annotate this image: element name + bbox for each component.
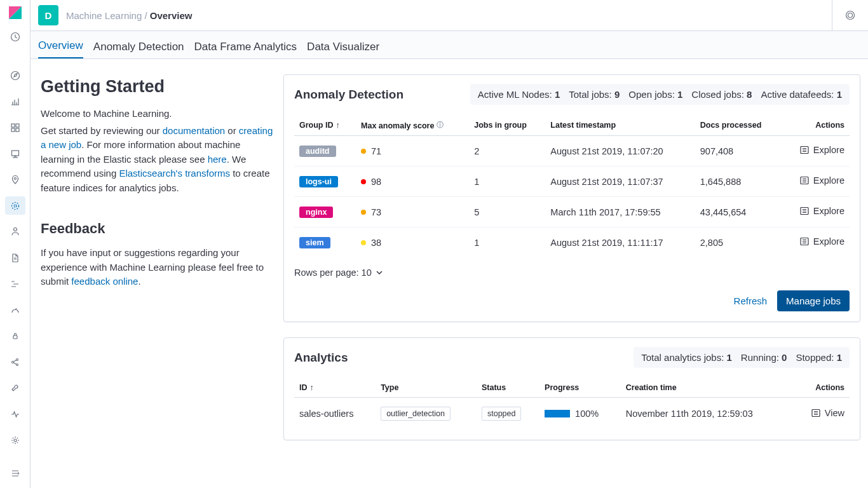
svg-point-17 — [14, 439, 17, 442]
visualize-icon[interactable] — [5, 92, 25, 111]
table-row: logs-ui981August 21st 2019, 11:07:371,64… — [294, 166, 850, 197]
dashboard-icon[interactable] — [5, 118, 25, 137]
group-badge: logs-ui — [299, 176, 338, 187]
col-creation[interactable]: Creation time — [621, 378, 794, 398]
col-type[interactable]: Type — [376, 378, 477, 398]
jobs-count: 1 — [469, 227, 545, 258]
latest-timestamp: August 21st 2019, 11:07:37 — [545, 166, 695, 197]
tab-overview[interactable]: Overview — [38, 34, 83, 58]
svg-rect-6 — [11, 128, 15, 132]
docs-processed: 907,408 — [695, 136, 782, 166]
rows-per-page[interactable]: Rows per page: 10 — [294, 268, 850, 278]
info-icon[interactable]: ⓘ — [437, 121, 444, 128]
table-row: sales-outliersoutlier_detectionstopped10… — [294, 398, 850, 430]
welcome-text: Welcome to Machine Learning. — [41, 107, 273, 121]
breadcrumb-current: Overview — [150, 10, 193, 21]
progress: 100% — [545, 409, 616, 419]
explore-button[interactable]: Explore — [799, 236, 844, 247]
analytics-id: sales-outliers — [294, 398, 376, 430]
svg-rect-5 — [16, 124, 19, 127]
list-icon — [799, 175, 810, 186]
maps-icon[interactable] — [5, 170, 25, 189]
col-group-id[interactable]: Group ID↑ — [294, 115, 356, 136]
svg-point-15 — [16, 358, 18, 360]
tab-data-visualizer[interactable]: Data Visualizer — [307, 36, 379, 58]
view-button[interactable]: View — [811, 408, 844, 418]
status-pill: stopped — [482, 407, 521, 421]
feedback-title: Feedback — [41, 220, 273, 237]
analytics-panel: Analytics Total analytics jobs: 1 Runnin… — [283, 337, 860, 440]
refresh-button[interactable]: Refresh — [734, 295, 768, 306]
table-row: siem381August 21st 2019, 11:11:172,805Ex… — [294, 227, 850, 258]
collapse-icon[interactable] — [5, 464, 25, 483]
latest-timestamp: March 11th 2017, 17:59:55 — [545, 197, 695, 227]
col-status[interactable]: Status — [477, 378, 539, 398]
infrastructure-icon[interactable] — [5, 222, 25, 241]
list-icon — [799, 236, 810, 247]
recent-icon[interactable] — [5, 28, 25, 46]
col-id[interactable]: ID↑ — [294, 378, 376, 398]
feedback-link[interactable]: feedback online — [71, 276, 138, 287]
score-dot — [361, 240, 366, 245]
tab-anomaly-detection[interactable]: Anomaly Detection — [93, 36, 184, 58]
explore-button[interactable]: Explore — [799, 145, 844, 155]
svg-rect-7 — [16, 128, 19, 132]
monitoring-icon[interactable] — [5, 405, 25, 423]
discover-icon[interactable] — [5, 66, 25, 85]
ml-tabs: Overview Anomaly Detection Data Frame An… — [31, 31, 868, 59]
list-icon — [811, 408, 821, 418]
docs-processed: 43,445,654 — [695, 197, 782, 227]
explore-button[interactable]: Explore — [799, 175, 844, 186]
col-jobs[interactable]: Jobs in group — [469, 115, 545, 136]
type-pill: outlier_detection — [381, 407, 451, 421]
feedback-text: If you have input or suggestions regardi… — [41, 246, 273, 289]
col-actions: Actions — [782, 115, 850, 136]
siem-icon[interactable] — [5, 327, 25, 345]
group-badge: nginx — [299, 207, 333, 218]
breadcrumb-app[interactable]: Machine Learning — [66, 10, 142, 21]
here-link[interactable]: here — [208, 154, 227, 165]
transforms-link[interactable]: Elasticsearch's transforms — [119, 168, 230, 179]
col-docs[interactable]: Docs processed — [695, 115, 782, 136]
management-icon[interactable] — [5, 431, 25, 449]
getting-started-text: Get started by reviewing our documentati… — [41, 124, 273, 196]
svg-point-16 — [16, 363, 18, 365]
documentation-link[interactable]: documentation — [163, 125, 225, 136]
analytics-table: ID↑ Type Status Progress Creation time A… — [294, 378, 850, 430]
apm-icon[interactable] — [5, 274, 25, 293]
svg-point-3 — [11, 71, 19, 79]
anomaly-detection-panel: Anomaly Detection Active ML Nodes: 1 Tot… — [283, 74, 860, 322]
explore-button[interactable]: Explore — [799, 206, 844, 216]
canvas-icon[interactable] — [5, 144, 25, 163]
svg-point-12 — [13, 227, 17, 231]
docs-processed: 1,645,888 — [695, 166, 782, 197]
newsfeed-icon[interactable] — [840, 5, 860, 25]
graph-icon[interactable] — [5, 353, 25, 371]
group-badge: siem — [299, 237, 330, 248]
col-max-score[interactable]: Max anomaly scoreⓘ — [356, 115, 469, 136]
svg-point-18 — [846, 11, 855, 20]
svg-rect-13 — [13, 336, 17, 339]
creation-time: November 11th 2019, 12:59:03 — [621, 398, 794, 430]
svg-point-10 — [14, 205, 17, 207]
docs-processed: 2,805 — [695, 227, 782, 258]
col-progress[interactable]: Progress — [539, 378, 621, 398]
getting-started-title: Getting Started — [41, 77, 273, 97]
space-selector[interactable]: D — [38, 5, 58, 25]
jobs-count: 1 — [469, 166, 545, 197]
analytics-panel-title: Analytics — [294, 351, 348, 365]
score-dot — [361, 149, 366, 154]
chevron-down-icon — [376, 269, 383, 276]
col-actions-2: Actions — [794, 378, 850, 398]
svg-point-14 — [11, 361, 13, 363]
logs-icon[interactable] — [5, 248, 25, 267]
manage-jobs-button[interactable]: Manage jobs — [777, 290, 850, 311]
uptime-icon[interactable] — [5, 301, 25, 319]
machine-learning-icon[interactable] — [5, 196, 25, 215]
tab-data-frame-analytics[interactable]: Data Frame Analytics — [194, 36, 297, 58]
latest-timestamp: August 21st 2019, 11:11:17 — [545, 227, 695, 258]
score-dot — [361, 210, 366, 215]
dev-tools-icon[interactable] — [5, 379, 25, 397]
kibana-logo[interactable] — [8, 5, 23, 20]
col-latest[interactable]: Latest timestamp — [545, 115, 695, 136]
